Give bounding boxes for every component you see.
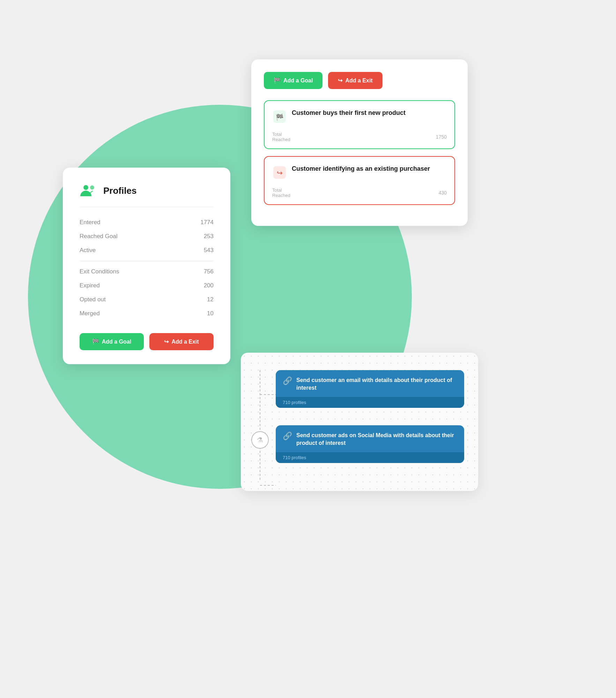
action-node-social-profiles: 710 profiles [276,452,464,463]
goal-flag-icon: 🏁 [272,109,287,124]
profiles-exit-label: Add a Exit [171,339,199,345]
goal-item-header-2: ↪ Customer identifying as an existing pu… [272,164,447,180]
actions-card: ⚗ 🔗 Send customer an email with details … [241,353,478,491]
email-profiles-label: 710 profiles [283,400,306,405]
stat-label-opted-out: Opted out [80,296,106,303]
stat-value-reached-goal: 253 [204,233,214,240]
profiles-add-goal-button[interactable]: 🏁 Add a Goal [80,333,144,350]
stat-label-expired: Expired [80,282,100,289]
stat-row-active: Active 543 [80,243,214,257]
stat-value-exit-conditions: 756 [204,268,214,275]
stat-row-exit-conditions: Exit Conditions 756 [80,265,214,279]
goal-stat-value-2: 430 [439,190,447,196]
stat-row-reached-goal: Reached Goal 253 [80,229,214,243]
svg-text:⚗: ⚗ [257,436,263,444]
goal-item-existing-purchaser: ↪ Customer identifying as an existing pu… [264,156,455,205]
profiles-card: Profiles Entered 1774 Reached Goal 253 A… [63,168,230,364]
svg-point-9 [252,432,268,448]
goal-stat-label-2: TotalReached [272,188,290,198]
goal-title-existing-purchaser: Customer identifying as an existing purc… [292,164,430,173]
action-node-social-header: 🔗 Send customer ads on Social Media with… [283,432,457,447]
stat-label-merged: Merged [80,310,100,317]
goal-stats-2: TotalReached 430 [272,185,447,198]
goal-stat-label-1: TotalReached [272,132,290,142]
profiles-stats-group2: Exit Conditions 756 Expired 200 Opted ou… [80,265,214,321]
stat-label-entered: Entered [80,219,101,226]
action-node-email-header: 🔗 Send customer an email with details ab… [283,376,457,392]
goal-title-first-product: Customer buys their first new product [292,109,406,117]
divider-2 [80,261,214,261]
stat-label-exit-conditions: Exit Conditions [80,268,119,275]
action-node-email[interactable]: 🔗 Send customer an email with details ab… [276,370,464,408]
goals-add-exit-button[interactable]: ↪ Add a Exit [328,72,382,89]
profiles-icon [80,183,98,198]
profiles-title: Profiles [103,185,136,196]
goal-item-first-product: 🏁 Customer buys their first new product … [264,100,455,149]
flag-icon-2: 🏁 [274,77,281,84]
svg-point-0 [83,185,88,190]
exit-icon-2: ↪ [338,77,342,84]
link-icon-email: 🔗 [283,376,292,385]
stat-row-opted-out: Opted out 12 [80,293,214,307]
stat-value-active: 543 [204,247,214,254]
action-node-email-profiles: 710 profiles [276,397,464,408]
goal-stats-1: TotalReached 1750 [272,130,447,142]
link-icon-social: 🔗 [283,432,292,441]
exit-icon: ↪ [164,338,169,345]
exit-arrow-icon: ↪ [272,165,287,180]
stat-label-reached-goal: Reached Goal [80,233,118,240]
goals-add-goal-button[interactable]: 🏁 Add a Goal [264,72,322,89]
stat-row-expired: Expired 200 [80,279,214,293]
goals-card: 🏁 Add a Goal ↪ Add a Exit 🏁 Customer buy… [251,59,468,226]
profiles-goal-label: Add a Goal [102,339,131,345]
svg-text:↪: ↪ [277,169,283,177]
profiles-add-exit-button[interactable]: ↪ Add a Exit [149,333,214,350]
svg-text:🏁: 🏁 [276,113,284,121]
action-node-social[interactable]: 🔗 Send customer ads on Social Media with… [276,425,464,463]
goal-item-header-1: 🏁 Customer buys their first new product [272,109,447,124]
svg-point-1 [90,185,94,190]
divider-1 [80,207,214,207]
stat-value-merged: 10 [207,310,214,317]
profiles-header: Profiles [80,183,214,198]
stat-label-active: Active [80,247,96,254]
goals-exit-label: Add a Exit [345,78,372,84]
profiles-stats-group1: Entered 1774 Reached Goal 253 Active 543 [80,215,214,257]
stat-value-opted-out: 12 [207,296,214,303]
social-profiles-label: 710 profiles [283,455,306,460]
stat-value-entered: 1774 [200,219,214,226]
stat-value-expired: 200 [204,282,214,289]
goals-buttons: 🏁 Add a Goal ↪ Add a Exit [264,72,455,89]
action-node-email-title: Send customer an email with details abou… [296,376,457,392]
stat-row-merged: Merged 10 [80,307,214,321]
goal-stat-value-1: 1750 [436,134,447,140]
flag-icon: 🏁 [92,338,99,345]
goals-goal-label: Add a Goal [283,78,313,84]
stat-row-entered: Entered 1774 [80,215,214,229]
action-node-social-title: Send customer ads on Social Media with d… [296,432,457,447]
profiles-buttons: 🏁 Add a Goal ↪ Add a Exit [80,333,214,350]
